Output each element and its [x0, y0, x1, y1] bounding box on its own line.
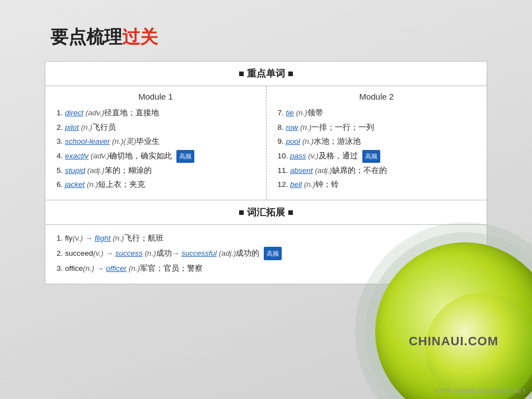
watermark: HTTP://WWW.DESIGNEY.NET	[435, 388, 526, 395]
vocab-item-10: 10. pass (v.)及格，通过 高频	[278, 149, 476, 163]
vocab-item-7: 7. tie (n.)领带	[278, 106, 476, 120]
vocab-item-3: 3. school-leaver (n.)(英)毕业生	[57, 134, 255, 149]
vocab-item-12: 12. bell (n.)钟；铃	[278, 177, 476, 192]
content-card: ■ 重点单词 ■ Module 1 1. direct (adv.)径直地；直接…	[45, 61, 487, 284]
module1-col: Module 1 1. direct (adv.)径直地；直接地 2. pilo…	[45, 86, 267, 200]
vocab-item-9: 9. pool (n.)水池；游泳池	[278, 134, 476, 149]
vocab-item-4: 4. exactly (adv.)确切地，确实如此 高频	[57, 149, 255, 163]
expand-item-1: 1. fly(v.) → flight (n.)飞行；航班	[57, 231, 475, 246]
vocab-item-2: 2. pilot (n.)飞行员	[57, 120, 255, 135]
vocab-item-1: 1. direct (adv.)径直地；直接地	[57, 106, 255, 120]
high-freq-badge-3: 高频	[264, 247, 282, 260]
chinaui-label: CHINAUI.COM	[409, 334, 498, 349]
high-freq-badge-2: 高频	[362, 150, 380, 163]
vocab-item-6: 6. jacket (n.)短上衣；夹克	[57, 177, 255, 192]
vocab-item-8: 8. row (n.)一排；一行；一列	[278, 120, 476, 135]
vocab-item-5: 5. stupid (adj.)笨的；糊涂的	[57, 163, 255, 178]
vocab-section-header: ■ 重点单词 ■	[45, 62, 487, 86]
module2-title: Module 2	[278, 92, 476, 101]
module1-title: Module 1	[57, 92, 255, 101]
module2-col: Module 2 7. tie (n.)领带 8. row (n.)一排；一行；…	[267, 86, 487, 200]
high-freq-badge-1: 高频	[176, 150, 194, 163]
title-highlight: 过关	[122, 27, 158, 47]
modules-row: Module 1 1. direct (adv.)径直地；直接地 2. pilo…	[45, 86, 487, 200]
title-area: 要点梳理过关	[0, 0, 532, 61]
expand-section-header: ■ 词汇拓展 ■	[45, 200, 487, 225]
title-prefix: 要点梳理	[50, 27, 122, 47]
vocab-item-11: 11. absent (adj.)缺席的；不在的	[278, 163, 476, 178]
